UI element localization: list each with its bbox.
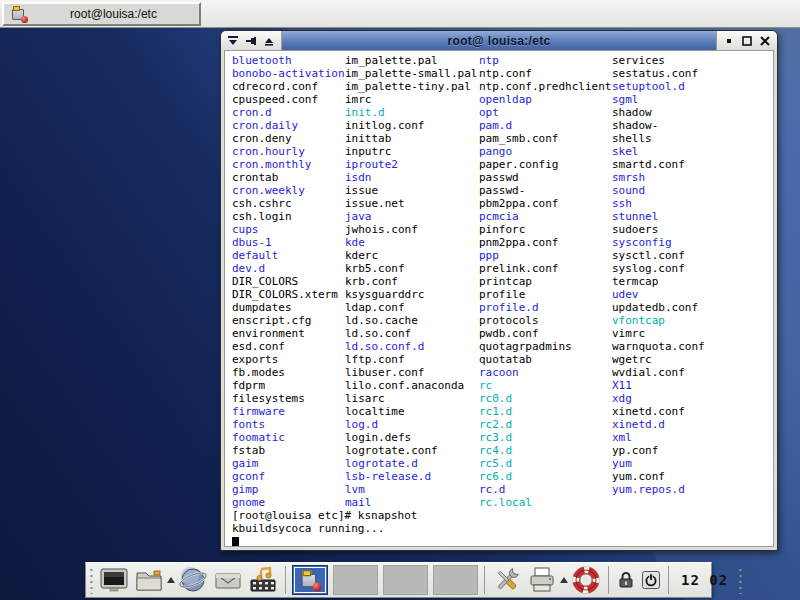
file-entry: termcap — [612, 275, 658, 288]
file-entry: rc3.d — [479, 431, 612, 444]
file-entry: iproute2 — [345, 158, 479, 171]
utilities-launcher[interactable] — [491, 564, 523, 596]
file-entry: stunnel — [612, 210, 658, 223]
window-titlebar[interactable]: root@ louisa:/etc — [221, 31, 777, 50]
web-browser-launcher[interactable] — [177, 564, 209, 596]
logout-tray-button[interactable] — [640, 569, 662, 591]
terminal-icon — [99, 565, 129, 595]
file-entry: quotagrpadmins — [479, 340, 612, 353]
file-entry: openldap — [479, 93, 612, 106]
listing-row: environmentld.so.confpwdb.confvimrc — [232, 327, 773, 340]
window-menu-icon[interactable] — [226, 34, 240, 48]
pin-icon[interactable] — [244, 34, 258, 48]
file-entry: issue.net — [345, 197, 479, 210]
file-entry: opt — [479, 106, 612, 119]
help-lifesaver-icon — [571, 565, 601, 595]
listing-row: cpuspeed.confimrcopenldapsgml — [232, 93, 773, 106]
minimize-button[interactable] — [722, 34, 736, 48]
panel-separator — [668, 566, 669, 594]
file-entry: ppp — [479, 249, 612, 262]
taskbar-task-label: root@louisa:/etc — [28, 7, 199, 21]
file-entry: cron.deny — [232, 132, 345, 145]
listing-row: cron.dailyinitlog.confpam.dshadow- — [232, 119, 773, 132]
file-entry: sound — [612, 184, 645, 197]
maximize-button[interactable] — [740, 34, 754, 48]
printer-popup-arrow-icon[interactable] — [560, 577, 568, 583]
file-entry: sysctl.conf — [612, 249, 685, 262]
file-entry: krb5.conf — [345, 262, 479, 275]
listing-row: dumpdatesldap.confprofile.dupdatedb.conf — [232, 301, 773, 314]
help-launcher[interactable] — [570, 564, 602, 596]
listing-row: cron.weeklyissuepasswd-sound — [232, 184, 773, 197]
file-entry: paper.config — [479, 158, 612, 171]
file-entry: gconf — [232, 470, 345, 483]
file-listing: bluetoothim_palette.palntpservicesbonobo… — [232, 54, 773, 509]
listing-row: bluetoothim_palette.palntpservices — [232, 54, 773, 67]
panel-grip-left[interactable] — [88, 566, 95, 594]
file-entry: X11 — [612, 379, 632, 392]
file-entry: jwhois.conf — [345, 223, 479, 236]
printer-launcher[interactable] — [526, 564, 558, 596]
file-entry: xml — [612, 431, 632, 444]
file-entry: pcmcia — [479, 210, 612, 223]
status-line: kbuildsycoca running... — [232, 522, 773, 535]
file-entry: dumpdates — [232, 301, 345, 314]
listing-row: fontslog.drc2.dxinetd.d — [232, 418, 773, 431]
file-entry: bluetooth — [232, 54, 345, 67]
terminal-launcher[interactable] — [98, 564, 130, 596]
active-task-button-konsole[interactable] — [292, 565, 328, 595]
terminal-screen[interactable]: bluetoothim_palette.palntpservicesbonobo… — [224, 50, 774, 547]
file-entry: cron.monthly — [232, 158, 345, 171]
file-entry: profile — [479, 288, 612, 301]
file-entry: cron.d — [232, 106, 345, 119]
file-entry: syslog.conf — [612, 262, 685, 275]
file-entry: gaim — [232, 457, 345, 470]
file-entry: yum.conf — [612, 470, 665, 483]
file-entry: yum.repos.d — [612, 483, 685, 496]
file-entry: sudoers — [612, 223, 658, 236]
file-entry: passwd — [479, 171, 612, 184]
listing-row: fdprmlilo.conf.anacondarcX11 — [232, 379, 773, 392]
titlebar-drag-area[interactable]: root@ louisa:/etc — [282, 31, 716, 50]
file-entry: updatedb.conf — [612, 301, 698, 314]
taskbar-task-button[interactable]: root@louisa:/etc — [2, 2, 201, 26]
file-entry: sgml — [612, 93, 639, 106]
lock-session-tray-button[interactable] — [615, 569, 637, 591]
file-entry: krb.conf — [345, 275, 479, 288]
listing-row: bonobo-activationim_palette-small.palntp… — [232, 67, 773, 80]
file-entry: firmware — [232, 405, 345, 418]
file-entry: rc2.d — [479, 418, 612, 431]
file-entry: login.defs — [345, 431, 479, 444]
globe-icon — [178, 565, 208, 595]
panel-separator — [285, 566, 286, 594]
file-manager-launcher[interactable] — [133, 564, 165, 596]
mail-launcher[interactable] — [212, 564, 244, 596]
prompt-line: [root@louisa etc]# ksnapshot — [232, 509, 773, 522]
file-entry: lvm — [345, 483, 479, 496]
file-entry: pam.d — [479, 119, 612, 132]
file-entry: profile.d — [479, 301, 612, 314]
file-entry: csh.login — [232, 210, 345, 223]
file-entry: logrotate.d — [345, 457, 479, 470]
empty-task-slot — [333, 565, 378, 595]
file-entry: pinforc — [479, 223, 612, 236]
file-entry: skel — [612, 145, 639, 158]
file-entry: dbus-1 — [232, 236, 345, 249]
listing-row: firmwarelocaltimerc1.dxinetd.conf — [232, 405, 773, 418]
file-entry: lsb-release.d — [345, 470, 479, 483]
file-entry: prelink.conf — [479, 262, 612, 275]
shade-icon[interactable] — [262, 34, 276, 48]
file-entry: ntp — [479, 54, 612, 67]
mail-icon — [213, 565, 243, 595]
folder-popup-arrow-icon[interactable] — [167, 577, 175, 583]
file-entry: ld.so.conf.d — [345, 340, 479, 353]
listing-row: foomaticlogin.defsrc3.dxml — [232, 431, 773, 444]
top-taskbar-panel: root@louisa:/etc — [0, 0, 800, 28]
panel-clock[interactable]: 12 02 — [675, 572, 734, 588]
file-entry: udev — [612, 288, 639, 301]
media-player-launcher[interactable] — [247, 564, 279, 596]
file-entry: shadow — [612, 106, 652, 119]
close-button[interactable] — [758, 34, 772, 48]
listing-row: csh.loginjavapcmciastunnel — [232, 210, 773, 223]
panel-grip-right[interactable] — [737, 566, 744, 594]
